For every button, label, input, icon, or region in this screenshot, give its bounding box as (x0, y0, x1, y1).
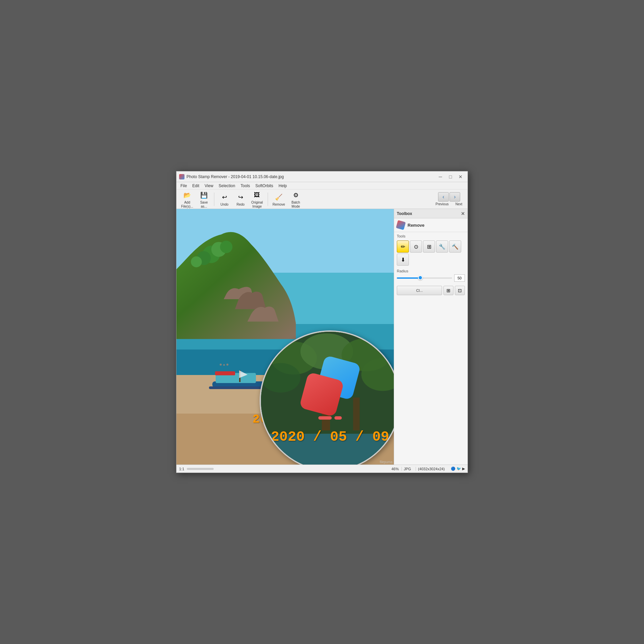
menu-view[interactable]: View (202, 183, 216, 189)
minimize-button[interactable]: ─ (436, 173, 445, 180)
undo-button[interactable]: ↩ Undo (217, 191, 232, 207)
desktop: Photo Stamp Remover - 2019-04-01 10.15.0… (0, 0, 644, 644)
svg-point-18 (261, 363, 301, 392)
beach-image: 2020 / 05 / (176, 209, 394, 465)
zoom-date: 2020 / 05 / 09 (271, 429, 389, 445)
svg-rect-10 (215, 371, 235, 375)
original-image-icon: 🖼 (252, 190, 262, 201)
remove-label: Remove (273, 203, 285, 207)
status-cursor: 1:1 (179, 467, 184, 471)
window-title: Photo Stamp Remover - 2019-04-01 10.15.0… (186, 174, 436, 179)
navigation-area: ‹ › Previous Next (433, 192, 465, 206)
toolbox-panel: Toolbox ✕ Remove Tools ✏ ⊙ ⊞ 🔧 🔨 ⬇ (394, 209, 468, 465)
toolbox-title: Toolbox (397, 211, 412, 216)
radius-value: 50 (454, 274, 465, 282)
zoom-level: 46% (391, 467, 399, 471)
image-area[interactable]: 2020 / 05 / (176, 209, 394, 465)
app-icon (179, 174, 184, 179)
redo-button[interactable]: ↪ Redo (233, 191, 248, 207)
maximize-button[interactable]: □ (446, 173, 455, 180)
svg-point-4 (191, 256, 202, 267)
preview-button[interactable]: ⊞ (443, 286, 453, 295)
batch-mode-label: BatchMode (291, 201, 300, 209)
export-button[interactable]: ⊡ (455, 286, 465, 295)
svg-point-6 (223, 364, 225, 366)
menu-edit[interactable]: Edit (190, 183, 202, 189)
logo-diamond (303, 359, 357, 413)
logo-dot-short (334, 416, 342, 420)
menu-tools[interactable]: Tools (238, 183, 253, 189)
stamp-tool-button[interactable]: 🔨 (449, 240, 461, 253)
remove-icon-box (396, 220, 406, 230)
status-slider-placeholder (187, 468, 214, 470)
remove-icon: 🧹 (273, 192, 284, 203)
remove-button[interactable]: 🧹 Remove (271, 191, 287, 207)
radius-label: Radius (397, 269, 465, 273)
radius-row: 50 (397, 274, 465, 282)
image-format: JPG (401, 467, 413, 471)
undo-label: Undo (220, 203, 228, 207)
batch-mode-button[interactable]: ⚙ BatchMode (288, 189, 303, 209)
separator-2 (268, 193, 268, 206)
original-image-label: OriginalImage (251, 201, 263, 209)
radius-section: Radius 50 (394, 267, 468, 284)
toolbox-close-button[interactable]: ✕ (461, 211, 465, 216)
separator-1 (214, 193, 214, 206)
undo-icon: ↩ (219, 192, 230, 203)
toolbox-bottom: Cl... ⊞ ⊡ (394, 284, 468, 297)
logo-overlay (303, 359, 357, 420)
logo-dots (318, 416, 342, 420)
redo-icon: ↪ (235, 192, 246, 203)
add-files-label: AddFile(s)... (181, 201, 193, 209)
previous-button[interactable]: ‹ (438, 192, 449, 202)
menu-file[interactable]: File (178, 183, 190, 189)
menu-selection[interactable]: Selection (216, 183, 238, 189)
radius-slider[interactable] (397, 277, 452, 279)
save-icon: 💾 (199, 190, 209, 201)
svg-point-7 (226, 364, 228, 366)
batch-mode-icon: ⚙ (290, 190, 301, 201)
next-label: Next (453, 202, 465, 206)
menu-bar: File Edit View Selection Tools SoftOrbit… (176, 182, 468, 190)
original-image-button[interactable]: 🖼 OriginalImage (249, 189, 265, 209)
remove-heading: Remove (408, 223, 425, 228)
menu-softorbits[interactable]: SoftOrbits (253, 183, 276, 189)
tools-section-label: Tools (394, 232, 468, 239)
add-files-button[interactable]: 📂 AddFile(s)... (179, 189, 195, 209)
previous-label: Previous (433, 202, 451, 206)
lasso-tool-button[interactable]: ⊙ (410, 240, 422, 253)
svg-point-5 (220, 364, 222, 366)
close-button[interactable]: ✕ (456, 173, 465, 180)
pencil-tool-button[interactable]: ✏ (397, 240, 409, 253)
status-bar: 1:1 46% JPG (4032x3024x24) 🔵 🐦 ▶ (176, 465, 468, 473)
menu-help[interactable]: Help (276, 183, 290, 189)
hill-overlay (176, 209, 296, 350)
save-as-label: Saveas... (200, 201, 208, 209)
content-area: 2020 / 05 / (176, 209, 468, 465)
toolbar: 📂 AddFile(s)... 💾 Saveas... ↩ Undo ↪ Red… (176, 190, 468, 209)
fill-tool-button[interactable]: 🔧 (436, 240, 448, 253)
radius-slider-thumb[interactable] (418, 275, 423, 280)
title-bar: Photo Stamp Remover - 2019-04-01 10.15.0… (176, 171, 468, 182)
zoom-content: 2020 / 05 / 09 (261, 332, 394, 465)
svg-point-3 (220, 240, 232, 253)
next-button[interactable]: › (449, 192, 460, 202)
tools-grid: ✏ ⊙ ⊞ 🔧 🔨 ⬇ (394, 239, 468, 267)
toolbox-header: Toolbox ✕ (394, 209, 468, 218)
redo-label: Redo (236, 203, 245, 207)
social-icons: 🔵 🐦 ▶ (451, 467, 465, 471)
radius-slider-track (397, 277, 419, 279)
folder-open-icon: 📂 (182, 190, 193, 201)
nav-labels: Previous Next (433, 202, 465, 206)
clear-button[interactable]: Cl... (397, 286, 442, 295)
grid-tool-button[interactable]: ⊞ (423, 240, 435, 253)
image-dimensions: (4032x3024x24) (416, 467, 447, 471)
window-controls: ─ □ ✕ (436, 173, 465, 180)
remove-header: Remove (394, 218, 468, 232)
zoom-circle: 2020 / 05 / 09 (260, 330, 394, 465)
clone-tool-button[interactable]: ⬇ (397, 254, 409, 266)
save-as-button[interactable]: 💾 Saveas... (197, 189, 211, 209)
nav-buttons: ‹ › (438, 192, 460, 202)
app-window: Photo Stamp Remover - 2019-04-01 10.15.0… (176, 171, 468, 473)
logo-dot-long (318, 416, 332, 420)
